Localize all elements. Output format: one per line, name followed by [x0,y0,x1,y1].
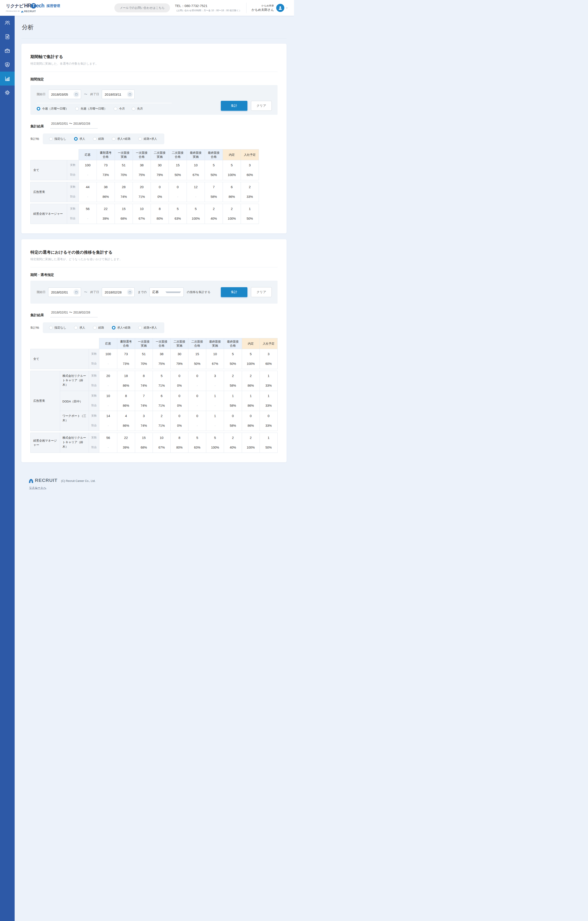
radio-dot [138,326,142,330]
sidebar-item-jobs[interactable] [0,44,15,58]
user-menu[interactable]: かもめ商事 かもめ太郎さん [251,4,288,12]
end-date-field-2[interactable] [105,290,127,294]
start-date-input[interactable] [48,89,81,99]
sidebar-item-members[interactable] [0,58,15,72]
avatar[interactable] [276,4,284,12]
column-header: 書類選考合格 [117,338,135,349]
calendar-icon [128,291,132,294]
recruit-arc-icon [29,477,34,483]
footer: RECRUIT (C) Recruit Career Co., Ltd. リクル… [29,477,287,499]
tilde-separator: 〜 [84,290,87,295]
row-label: 全て [31,349,89,369]
clear-button-2[interactable]: クリア [251,287,272,297]
logo-text-ech: ech [36,3,44,8]
radio-axis-channel[interactable]: 経路 [93,137,104,141]
sidebar-nav [0,16,15,499]
gear-icon [4,89,10,96]
column-header: 二次面接合格 [189,338,206,349]
chevron-down-icon [285,7,288,9]
main-content: 分析 期間軸で集計する 特定期間に実施した、各選考の件数を集計します。 期間指定… [15,16,294,499]
end-calendar-button[interactable] [127,91,133,97]
sidebar-item-settings[interactable] [0,86,15,99]
start-date-field-2[interactable] [51,290,73,294]
start-date-field[interactable] [51,93,73,96]
tel-number: TEL：080-7732-7521 [175,4,241,8]
sidebar-item-documents[interactable] [0,30,15,44]
radio-axis2-none[interactable]: 指定なし [49,326,67,330]
table-row-ad-sales: 広告営業 実数割合 44- 3886% 2874% 2071% 00% 0- 1… [31,182,259,202]
radio-axis2-channel-job[interactable]: 経路×求人 [138,326,157,330]
start-date-label: 開始日 [37,290,46,294]
recruit-arc-icon [21,10,23,13]
radio-this-month[interactable]: 今月 [114,107,125,111]
radio-axis2-channel[interactable]: 経路 [93,326,104,330]
shield-user-icon [4,62,10,68]
page-title: 分析 [22,16,287,31]
column-header: 二次面接実施 [151,150,169,160]
axis-radio-group: 指定なし 求人 経路 求人×経路 経路×求人 [43,133,165,144]
sidebar-item-candidates[interactable] [0,16,15,30]
radio-dot [74,137,78,141]
radio-dot [132,107,135,111]
transition-aggregation-card: 特定の選考におけるその後の推移を集計する 特定期間に実施した選考が、どうなったか… [21,239,287,462]
end-date-field[interactable] [105,93,127,96]
column-header: 最終面接実施 [206,338,224,349]
card1-subtitle: 特定期間に実施した、各選考の件数を集計します。 [30,62,278,66]
radio-axis-job-channel[interactable]: 求人×経路 [112,137,131,141]
radio-axis-channel-job[interactable]: 経路×求人 [138,137,157,141]
card1-title: 期間軸で集計する [30,54,278,59]
tilde-separator: 〜 [84,92,87,96]
column-header: 一次面接実施 [135,338,153,349]
radio-dot [37,107,40,111]
table-row-group: 広告営業 株式会社リクルートキャリア（鈴木） 実数割合 20- 1886% 87… [31,371,278,391]
start-calendar-button-2[interactable] [73,289,79,295]
period-spec-heading: 期間指定 [30,77,278,81]
column-header: 一次面接合格 [153,338,170,349]
end-date-input[interactable] [102,89,135,99]
until-label: までの [138,290,147,294]
start-date-input-2[interactable] [48,287,81,297]
radio-axis2-job[interactable]: 求人 [74,326,85,330]
radio-axis-job[interactable]: 求人 [74,137,85,141]
start-calendar-button[interactable] [73,91,79,97]
channel-label: 株式会社リクルートキャリア（鈴木） [60,371,89,391]
radio-dot [114,107,117,111]
select-arrow-icon [166,291,181,293]
aggregate-button[interactable]: 集計 [221,101,248,111]
sidebar-item-analysis[interactable] [0,72,15,86]
row-label: 全て [31,160,67,180]
radio-dot [74,326,78,330]
radio-axis-none[interactable]: 指定なし [49,137,67,141]
radio-axis2-job-channel[interactable]: 求人×経路 [112,326,131,330]
period-selection-panel: 開始日 〜 終了日 [30,281,278,304]
axis-radio-group-2: 指定なし 求人 経路 求人×経路 経路×求人 [43,322,165,333]
radio-dot [49,137,53,141]
email-contact-button[interactable]: メールでのお問い合わせはこちら [114,3,170,12]
period-spec-panel: 開始日 〜 終了日 [30,85,278,115]
end-date-label: 終了日 [90,92,99,96]
aggregate-button-2[interactable]: 集計 [221,287,248,297]
app-header: リクナビ HR T ech 採用管理 PRODUCED BY RECRUIT メ… [0,0,294,16]
radio-dot [93,137,96,141]
logo-t-circle-icon: T [31,3,36,8]
clear-button[interactable]: クリア [251,101,272,111]
radio-this-week[interactable]: 今週（月曜〜日曜） [37,107,68,111]
channel-label: DODA（田中） [60,391,89,411]
recruit-logo-text: RECRUIT [35,478,57,483]
column-header: 書類選考合格 [97,150,115,160]
column-header: 二次面接実施 [170,338,188,349]
channel-label: ワークポート（三木） [60,411,89,431]
radio-dot [138,137,142,141]
radio-last-month[interactable]: 先月 [132,107,143,111]
table-row-sub: DODA（田中） 実数割合 10- 886% 774% 671% 00% 0- … [31,391,278,411]
card2-title: 特定の選考におけるその後の推移を集計する [30,250,278,255]
selection-step-select[interactable]: 応募 [150,287,184,297]
end-calendar-button-2[interactable] [127,289,133,295]
row-label: 広告営業 [31,182,67,202]
calendar-icon [75,93,78,96]
column-header-joining: 入社予定 [259,338,277,349]
radio-last-week[interactable]: 先週（月曜〜日曜） [75,107,107,111]
recruit-link[interactable]: リクルートへ [29,486,46,490]
end-date-input-2[interactable] [102,287,135,297]
period-aggregation-card: 期間軸で集計する 特定期間に実施した、各選考の件数を集計します。 期間指定 開始… [21,44,287,233]
